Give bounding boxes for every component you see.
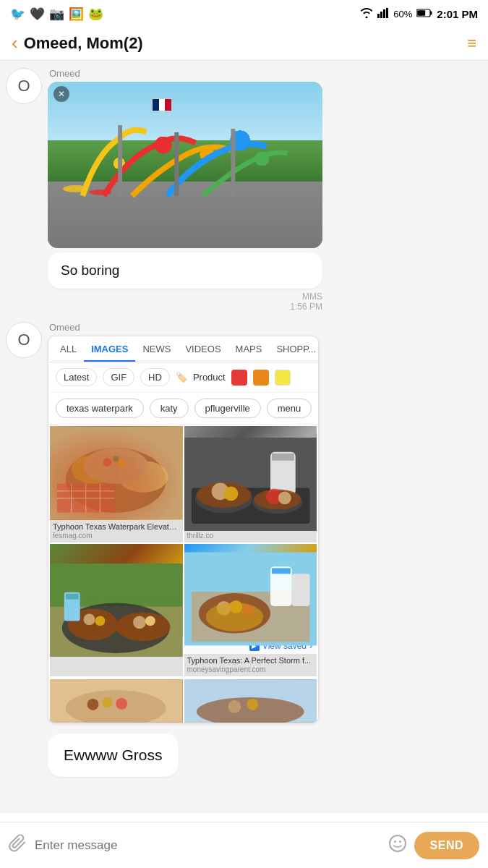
chat-title: Omeed, Mom(2) bbox=[24, 34, 467, 53]
svg-rect-16 bbox=[57, 484, 114, 513]
svg-rect-6 bbox=[417, 10, 425, 16]
food-svg-3 bbox=[50, 544, 183, 676]
svg-point-63 bbox=[116, 698, 127, 710]
svg-rect-2 bbox=[383, 9, 385, 18]
grid-item-6[interactable] bbox=[184, 679, 317, 723]
wifi-icon bbox=[360, 8, 373, 20]
search-panel: ALL IMAGES NEWS VIDEOS MAPS SHOPP... Lat… bbox=[48, 336, 319, 723]
svg-point-67 bbox=[247, 699, 258, 710]
tab-images[interactable]: IMAGES bbox=[84, 336, 135, 362]
attach-button[interactable] bbox=[9, 833, 27, 857]
chat-area: O Omeed bbox=[0, 61, 488, 813]
instagram-icon: 📷 bbox=[49, 7, 64, 22]
grid-image-5 bbox=[50, 679, 183, 723]
svg-rect-52 bbox=[272, 568, 291, 574]
svg-rect-53 bbox=[291, 574, 309, 606]
svg-point-44 bbox=[95, 616, 105, 626]
image-icon: 🖼️ bbox=[69, 7, 84, 22]
svg-point-58 bbox=[205, 603, 262, 631]
message-content: Omeed bbox=[48, 68, 322, 312]
grid-item-5[interactable] bbox=[50, 679, 183, 723]
send-button[interactable]: SEND bbox=[414, 832, 479, 859]
food-svg-4 bbox=[184, 544, 317, 654]
message-row: O Omeed bbox=[0, 68, 488, 312]
grid-image-4 bbox=[184, 544, 317, 638]
message-timestamp: MMS1:56 PM bbox=[48, 292, 322, 312]
heart-icon: 🖤 bbox=[30, 7, 45, 22]
filter-gif[interactable]: GIF bbox=[103, 368, 134, 386]
svg-point-45 bbox=[133, 616, 146, 629]
image-grid-bottom bbox=[48, 678, 318, 723]
svg-point-22 bbox=[84, 448, 148, 484]
tab-videos[interactable]: VIDEOS bbox=[178, 336, 228, 362]
sender-name: Omeed bbox=[49, 68, 322, 79]
chip-menu[interactable]: menu bbox=[267, 399, 312, 418]
svg-point-70 bbox=[399, 841, 401, 843]
svg-point-46 bbox=[145, 616, 155, 626]
grid-label-1: Typhoon Texas Waterpark Elevate... bbox=[50, 520, 183, 532]
svg-point-24 bbox=[118, 460, 125, 467]
svg-rect-0 bbox=[377, 14, 380, 18]
back-button[interactable]: ‹ bbox=[12, 32, 24, 54]
tab-all[interactable]: ALL bbox=[53, 336, 84, 362]
waterpark-slides bbox=[61, 107, 309, 207]
grid-image-2 bbox=[184, 426, 317, 520]
svg-point-14 bbox=[72, 455, 115, 484]
svg-point-66 bbox=[228, 700, 241, 713]
grid-image-1 bbox=[50, 426, 183, 520]
ewww-text: Ewwww Gross bbox=[64, 746, 163, 763]
svg-rect-3 bbox=[386, 8, 388, 18]
grid-image-3 bbox=[50, 544, 183, 638]
filter-latest[interactable]: Latest bbox=[56, 368, 97, 386]
grid-source-1: fesmag.com bbox=[50, 532, 183, 542]
svg-rect-12 bbox=[50, 427, 183, 520]
grid-item-1[interactable]: Typhoon Texas Waterpark Elevate... fesma… bbox=[50, 426, 183, 542]
food-svg-2 bbox=[184, 426, 317, 542]
svg-point-61 bbox=[87, 699, 99, 710]
chip-katy[interactable]: katy bbox=[150, 399, 189, 418]
search-chips: texas waterpark katy pflugerville menu bbox=[48, 393, 318, 425]
svg-point-37 bbox=[278, 491, 291, 504]
svg-rect-8 bbox=[174, 132, 179, 195]
status-left-icons: 🐦 🖤 📷 🖼️ 🐸 bbox=[10, 7, 103, 22]
emoji-button[interactable] bbox=[388, 834, 407, 857]
sender-name: Omeed bbox=[49, 322, 319, 333]
grid-item-4[interactable]: ▶ View saved › Typhoon Texas: A Perfect … bbox=[184, 544, 317, 676]
svg-point-15 bbox=[118, 461, 168, 493]
tab-shopping[interactable]: SHOPP... bbox=[269, 336, 319, 362]
svg-point-25 bbox=[113, 456, 119, 461]
svg-point-23 bbox=[103, 458, 111, 467]
chip-pflugerville[interactable]: pflugerville bbox=[194, 399, 261, 418]
avatar: O bbox=[6, 322, 42, 358]
color-filter-yellow[interactable] bbox=[275, 370, 291, 386]
tab-maps[interactable]: MAPS bbox=[228, 336, 270, 362]
input-bar: SEND bbox=[0, 822, 488, 868]
search-filters: Latest GIF HD 🏷️ Product bbox=[48, 362, 318, 393]
frog-game-icon: 🐸 bbox=[88, 7, 103, 22]
close-button[interactable]: ✕ bbox=[53, 86, 69, 102]
menu-button[interactable]: ≡ bbox=[467, 34, 476, 53]
color-filter-orange[interactable] bbox=[253, 370, 269, 386]
svg-rect-29 bbox=[272, 454, 294, 461]
chip-texas-waterpark[interactable]: texas waterpark bbox=[56, 399, 144, 418]
waterpark-image bbox=[48, 82, 322, 248]
color-filter-red[interactable] bbox=[231, 370, 247, 386]
filter-hd[interactable]: HD bbox=[140, 368, 170, 386]
battery-icon bbox=[416, 9, 432, 20]
chat-header: ‹ Omeed, Mom(2) ≡ bbox=[0, 26, 488, 61]
grid-item-3[interactable]: Slide Into Summer Fun: Typhoon T... thri… bbox=[50, 544, 183, 676]
status-bar: 🐦 🖤 📷 🖼️ 🐸 60% 2:01 PM bbox=[0, 0, 488, 26]
svg-point-43 bbox=[84, 613, 95, 625]
message-row-ewww: Ewwww Gross bbox=[0, 729, 488, 813]
svg-point-68 bbox=[390, 835, 406, 851]
svg-rect-7 bbox=[118, 125, 122, 196]
tab-news[interactable]: NEWS bbox=[135, 336, 178, 362]
grid-item-2[interactable]: Typhoon Texas Austin ... thrillz.co bbox=[184, 426, 317, 542]
grid-source-4: moneysavingparent.com bbox=[184, 665, 317, 676]
grid-image-6 bbox=[184, 679, 317, 723]
svg-point-11 bbox=[89, 189, 111, 195]
message-bubble: So boring bbox=[48, 252, 322, 289]
message-input[interactable] bbox=[35, 838, 381, 853]
food-svg-5 bbox=[50, 679, 183, 723]
svg-rect-5 bbox=[430, 11, 432, 14]
